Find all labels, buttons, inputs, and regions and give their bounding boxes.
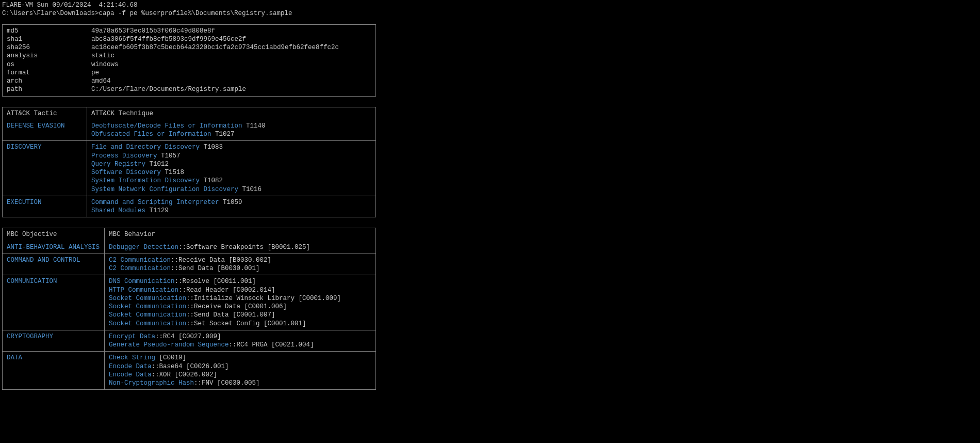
- mbc-behavior-suffix: ::Receive Data [B0030.002]: [171, 257, 271, 264]
- attack-technique-code: T1059: [219, 199, 242, 206]
- attack-technique-line: Query Registry T1012: [91, 160, 371, 168]
- attack-techniques-cell: Command and Scripting Interpreter T1059S…: [87, 196, 375, 217]
- info-key: sha256: [3, 43, 87, 52]
- mbc-behavior-name[interactable]: DNS Communication: [109, 278, 175, 285]
- mbc-behaviors-cell: Encrypt Data::RC4 [C0027.009]Generate Ps…: [105, 330, 375, 352]
- attack-table: ATT&CK Tactic ATT&CK Technique DEFENSE E…: [2, 107, 376, 218]
- terminal-prompt-line: C:\Users\Flare\Downloads>capa -f pe %use…: [2, 9, 978, 18]
- mbc-behavior-name[interactable]: Debugger Detection: [109, 244, 178, 251]
- info-value: pe: [87, 69, 375, 77]
- mbc-behavior-line: Debugger Detection::Software Breakpoints…: [109, 243, 371, 251]
- mbc-behavior-name[interactable]: Socket Communication: [109, 303, 186, 310]
- attack-technique-name[interactable]: Deobfuscate/Decode Files or Information: [91, 122, 242, 130]
- mbc-behavior-suffix: ::Software Breakpoints [B0001.025]: [178, 244, 310, 251]
- mbc-row: COMMAND AND CONTROLC2 Communication::Rec…: [3, 254, 375, 275]
- mbc-behavior-name[interactable]: Check String: [109, 354, 155, 361]
- prompt-text: C:\Users\Flare\Downloads>: [2, 10, 99, 17]
- mbc-row: CRYPTOGRAPHYEncrypt Data::RC4 [C0027.009…: [3, 330, 375, 352]
- attack-technique-name[interactable]: Query Registry: [91, 161, 145, 168]
- attack-tactic[interactable]: DEFENSE EVASION: [3, 120, 87, 141]
- attack-technique-name[interactable]: Shared Modules: [91, 207, 145, 214]
- mbc-row: ANTI-BEHAVIORAL ANALYSISDebugger Detecti…: [3, 241, 375, 254]
- mbc-behaviors-cell: Check String [C0019]Encode Data::Base64 …: [105, 352, 375, 389]
- attack-technique-code: T1057: [157, 152, 181, 160]
- mbc-behavior-suffix: ::Resolve [C0011.001]: [175, 278, 256, 285]
- mbc-behaviors-cell: C2 Communication::Receive Data [B0030.00…: [105, 254, 375, 275]
- attack-technique-name[interactable]: System Network Configuration Discovery: [91, 186, 238, 193]
- mbc-behavior-name[interactable]: Generate Pseudo-random Sequence: [109, 341, 229, 349]
- mbc-behavior-line: Check String [C0019]: [109, 354, 371, 362]
- attack-technique-code: T1027: [211, 131, 235, 138]
- mbc-behavior-name[interactable]: C2 Communication: [109, 257, 171, 264]
- attack-technique-name[interactable]: File and Directory Discovery: [91, 144, 200, 151]
- info-key: analysis: [3, 52, 87, 60]
- info-value: C:/Users/Flare/Documents/Registry.sample: [87, 85, 375, 93]
- mbc-behavior-name[interactable]: Socket Communication: [109, 320, 186, 327]
- attack-technique-name[interactable]: Software Discovery: [91, 169, 161, 176]
- mbc-header-behavior: MBC Behavior: [105, 228, 375, 241]
- info-value: 49a78a653f3ec015b3f060c49d808e8f: [87, 27, 375, 35]
- mbc-objective[interactable]: DATA: [3, 352, 105, 389]
- mbc-behavior-name[interactable]: Encode Data: [109, 363, 152, 370]
- attack-row: DISCOVERYFile and Directory Discovery T1…: [3, 140, 375, 196]
- attack-technique-name[interactable]: Command and Scripting Interpreter: [91, 199, 219, 206]
- mbc-behavior-suffix: ::Send Data [B0030.001]: [171, 265, 260, 272]
- command-text: capa -f pe %userprofile%\Documents\Regis…: [99, 10, 292, 17]
- attack-technique-line: Deobfuscate/Decode Files or Information …: [91, 122, 371, 130]
- mbc-row: COMMUNICATIONDNS Communication::Resolve …: [3, 275, 375, 330]
- attack-row: DEFENSE EVASIONDeobfuscate/Decode Files …: [3, 120, 375, 141]
- mbc-behavior-line: Socket Communication::Initialize Winsock…: [109, 294, 371, 303]
- mbc-behavior-name[interactable]: Encrypt Data: [109, 333, 155, 340]
- attack-tactic[interactable]: EXECUTION: [3, 196, 87, 217]
- mbc-header-row: MBC Objective MBC Behavior: [3, 228, 375, 241]
- attack-technique-name[interactable]: Obfuscated Files or Information: [91, 131, 211, 138]
- mbc-behavior-line: C2 Communication::Receive Data [B0030.00…: [109, 256, 371, 264]
- mbc-behavior-suffix: ::Read Header [C0002.014]: [178, 287, 275, 294]
- mbc-behaviors-cell: Debugger Detection::Software Breakpoints…: [105, 241, 375, 254]
- info-row: pathC:/Users/Flare/Documents/Registry.sa…: [3, 85, 375, 93]
- attack-header-row: ATT&CK Tactic ATT&CK Technique: [3, 107, 375, 120]
- mbc-objective[interactable]: CRYPTOGRAPHY: [3, 330, 105, 352]
- attack-tactic[interactable]: DISCOVERY: [3, 141, 87, 196]
- info-value: windows: [87, 60, 375, 69]
- attack-header-technique: ATT&CK Technique: [87, 107, 375, 120]
- info-row: sha256ac18ceefb605f3b87c5becb64a2320bc1c…: [3, 43, 375, 52]
- info-value: ac18ceefb605f3b87c5becb64a2320bc1cfa2c97…: [87, 43, 375, 52]
- mbc-objective[interactable]: COMMUNICATION: [3, 275, 105, 330]
- info-key: path: [3, 85, 87, 93]
- info-row: oswindows: [3, 60, 375, 69]
- mbc-behavior-name[interactable]: HTTP Communication: [109, 287, 178, 294]
- mbc-behavior-name[interactable]: C2 Communication: [109, 265, 171, 272]
- mbc-behavior-line: C2 Communication::Send Data [B0030.001]: [109, 264, 371, 273]
- attack-technique-line: System Network Configuration Discovery T…: [91, 185, 371, 194]
- mbc-behavior-suffix: ::RC4 PRGA [C0021.004]: [229, 341, 314, 349]
- mbc-behavior-name[interactable]: Non-Cryptographic Hash: [109, 379, 194, 387]
- mbc-objective[interactable]: ANTI-BEHAVIORAL ANALYSIS: [3, 241, 105, 254]
- attack-technique-name[interactable]: System Information Discovery: [91, 177, 200, 184]
- mbc-behavior-suffix: ::Set Socket Config [C0001.001]: [186, 320, 306, 327]
- attack-technique-code: T1129: [145, 207, 169, 214]
- info-key: arch: [3, 77, 87, 85]
- mbc-behavior-name[interactable]: Socket Communication: [109, 311, 186, 319]
- attack-technique-name[interactable]: Process Discovery: [91, 152, 157, 160]
- info-row: archamd64: [3, 77, 375, 85]
- mbc-behavior-line: Generate Pseudo-random Sequence::RC4 PRG…: [109, 341, 371, 349]
- mbc-behavior-name[interactable]: Socket Communication: [109, 295, 186, 302]
- mbc-row: DATACheck String [C0019]Encode Data::Bas…: [3, 351, 375, 389]
- mbc-behavior-line: Socket Communication::Set Socket Config …: [109, 320, 371, 328]
- attack-row: EXECUTIONCommand and Scripting Interpret…: [3, 196, 375, 217]
- mbc-behavior-line: Socket Communication::Receive Data [C000…: [109, 303, 371, 311]
- mbc-behavior-suffix: ::Base64 [C0026.001]: [152, 363, 229, 370]
- attack-technique-line: Obfuscated Files or Information T1027: [91, 130, 371, 138]
- mbc-behavior-suffix: ::XOR [C0026.002]: [152, 371, 218, 378]
- info-value: abc8a3066f5f4ffb8efb5893c9df9969e456ce2f: [87, 35, 375, 43]
- attack-technique-line: Process Discovery T1057: [91, 152, 371, 160]
- mbc-behavior-line: Socket Communication::Send Data [C0001.0…: [109, 311, 371, 319]
- mbc-objective[interactable]: COMMAND AND CONTROL: [3, 254, 105, 275]
- mbc-behavior-suffix: ::FNV [C0030.005]: [194, 379, 260, 387]
- mbc-table: MBC Objective MBC Behavior ANTI-BEHAVIOR…: [2, 228, 376, 390]
- mbc-header-objective: MBC Objective: [3, 228, 105, 241]
- mbc-behavior-name[interactable]: Encode Data: [109, 371, 152, 378]
- mbc-behavior-line: Encode Data::Base64 [C0026.001]: [109, 362, 371, 371]
- attack-header-tactic: ATT&CK Tactic: [3, 107, 87, 120]
